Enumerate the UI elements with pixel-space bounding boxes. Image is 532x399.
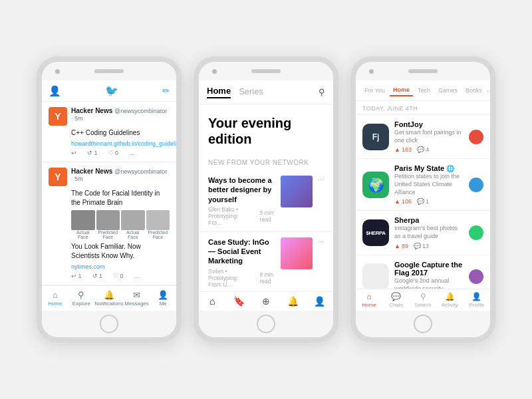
article-dot: · <box>255 213 257 219</box>
ph-content[interactable]: Today, June 4th Fj FontJoy Get smart fon… <box>356 101 490 289</box>
ph-item-body: FontJoy Get smart font pairings in one c… <box>394 120 464 153</box>
tab-home[interactable]: Home <box>207 86 231 98</box>
medium-article[interactable]: Ways to become a better designer by your… <box>199 170 333 232</box>
medium-screen: Home Series ⚲ Your evening edition New f… <box>199 80 333 311</box>
article-meta: Glen Baku • Prototyping: Fro… · 5 min re… <box>208 206 275 226</box>
ph-list-item[interactable]: 🌍 Paris My State 🌐 Petition states to jo… <box>356 159 490 211</box>
ph-item-name: Paris My State 🌐 <box>394 164 464 172</box>
phone-medium: Home Series ⚲ Your evening edition New f… <box>194 57 338 342</box>
tweet-name: Hacker News <box>71 168 112 175</box>
ph-item-body: Sherpa Instagram's best photos as a trav… <box>394 216 464 249</box>
tweet-retweet[interactable]: ↺ 1 <box>92 273 103 279</box>
article-read-time: 5 min read <box>260 209 275 223</box>
medium-nav: ⌂ 🔖 ⊕ 🔔 👤 <box>199 291 333 311</box>
ph-app-icon: Fj <box>362 124 389 150</box>
tweet-image <box>96 210 120 230</box>
nav-label: Chats <box>389 302 403 308</box>
tweet-retweet[interactable]: ↺ 1 <box>87 150 98 156</box>
ph-user-avatar <box>469 225 483 240</box>
tweet-actions: ↩ ↺ 1 ♡ 0 … <box>71 150 170 156</box>
ph-list-item[interactable]: Google Capture the Flag 2017 Google's 2n… <box>356 255 490 289</box>
chats-icon: 💬 <box>391 292 401 301</box>
search-icon[interactable]: ⚲ <box>319 87 325 97</box>
tweet-like[interactable]: ♡ 0 <box>108 150 119 156</box>
tweet-text: The Code for Facial Identity in the Prim… <box>71 189 170 207</box>
phone-home-button-3[interactable] <box>414 315 432 333</box>
article-more-icon[interactable]: ··· <box>318 237 324 245</box>
tweet-image-label: Actual Face <box>71 230 95 239</box>
ph-item-body: Google Capture the Flag 2017 Google's 2n… <box>394 261 464 289</box>
nav-label: Home <box>362 302 376 308</box>
explore-icon: ⚲ <box>78 290 84 300</box>
tweet-reply[interactable]: ↩ 1 <box>71 273 82 279</box>
nav-home[interactable]: ⌂ <box>199 296 225 307</box>
tweet-actions: ↩ 1 ↺ 1 ♡ 0 … <box>71 273 170 279</box>
ph-item-badge: 🌐 <box>446 165 454 172</box>
ph-tab-tech[interactable]: Tech <box>414 85 434 96</box>
tweet-more[interactable]: … <box>134 273 140 279</box>
phone-home-button-2[interactable] <box>257 315 275 333</box>
article-title: Ways to become a better designer by your… <box>208 176 275 204</box>
medium-hero-title: Your evening edition <box>208 115 324 147</box>
medium-article[interactable]: Case Study: InGo — Social Event Marketin… <box>199 232 333 291</box>
twitter-feed[interactable]: Y Hacker News @newsycombinator · 5m C++ … <box>42 102 176 285</box>
nav-me[interactable]: 👤 Me <box>150 289 176 308</box>
ph-item-desc: Get smart font pairings in one click <box>394 129 464 144</box>
ph-item-desc: Instagram's best photos as a travel guid… <box>394 225 464 240</box>
ph-nav-home[interactable]: ⌂ Home <box>356 292 382 308</box>
tweet-link[interactable]: howardthinnant.github.io/coding_guideli.… <box>71 140 170 147</box>
tweet-reply[interactable]: ↩ <box>71 150 76 156</box>
nav-notifications[interactable]: 🔔 <box>279 296 306 307</box>
ph-nav-activity[interactable]: 🔔 Activity <box>436 292 463 308</box>
ph-tab-games[interactable]: Games <box>435 85 461 96</box>
ph-item-name: FontJoy <box>394 120 464 128</box>
tweet-image <box>71 210 95 230</box>
tweet-like[interactable]: ♡ 0 <box>113 273 124 279</box>
compose-icon[interactable]: ✏ <box>162 86 170 96</box>
nav-profile[interactable]: 👤 <box>307 296 333 307</box>
medium-section-label: New from your network <box>199 159 333 166</box>
nav-label: Explore <box>72 301 90 307</box>
nav-label: Me <box>160 301 167 307</box>
tweet-name: Hacker News <box>71 107 112 114</box>
nav-bookmarks[interactable]: 🔖 <box>225 296 252 307</box>
ph-nav-search[interactable]: ⚲ Search <box>410 292 436 308</box>
ph-header: For You Home Tech Games Books ··· <box>356 80 490 101</box>
ph-nav: ⌂ Home 💬 Chats ⚲ Search 🔔 Activity 👤 <box>356 289 490 311</box>
ph-tab-for-you[interactable]: For You <box>361 85 388 96</box>
nav-explore[interactable]: ⚲ Explore <box>68 289 95 308</box>
ph-item-name: Sherpa <box>394 216 464 224</box>
tweet-image-label: Predicted Face <box>146 230 170 239</box>
nav-home[interactable]: ⌂ Home <box>42 289 68 308</box>
ph-list-item[interactable]: $HERPA Sherpa Instagram's best photos as… <box>356 211 490 255</box>
profile-icon[interactable]: 👤 <box>49 85 61 97</box>
phone-producthunt: For You Home Tech Games Books ··· Today,… <box>350 57 495 342</box>
activity-icon: 🔔 <box>445 292 455 301</box>
ph-nav-chats[interactable]: 💬 Chats <box>382 292 409 308</box>
medium-content[interactable]: Your evening edition New from your netwo… <box>199 104 333 291</box>
phone-camera-3 <box>369 69 374 74</box>
phone-bottom-bar-3 <box>356 311 490 337</box>
tab-series[interactable]: Series <box>239 86 263 98</box>
nav-notifications[interactable]: 🔔 Notifications <box>94 289 124 308</box>
ph-tab-books[interactable]: Books <box>462 85 485 96</box>
ph-more-tabs[interactable]: ··· <box>487 86 490 94</box>
nav-messages[interactable]: ✉ Messages <box>124 289 150 308</box>
nav-label: Search <box>414 302 431 308</box>
article-author: Glen Baku • Prototyping: Fro… <box>208 206 253 226</box>
phone-top-bar-1 <box>42 62 176 80</box>
tweet-avatar: Y <box>49 107 67 126</box>
article-more-icon[interactable]: ··· <box>318 176 324 184</box>
profile-icon: 👤 <box>158 290 168 300</box>
tweet-more[interactable]: … <box>129 150 135 156</box>
phone-home-button-1[interactable] <box>100 315 118 333</box>
notifications-icon: 🔔 <box>104 290 114 300</box>
phone-twitter: 👤 🐦 ✏ Y Hacker News @newsycombinator · 5… <box>37 57 182 342</box>
tweet-link[interactable]: nytimes.com <box>71 263 170 270</box>
ph-item-stats: ▲ 89 💬 13 <box>394 243 464 249</box>
ph-item-desc: Petition states to join the United State… <box>394 173 464 196</box>
ph-list-item[interactable]: Fj FontJoy Get smart font pairings in on… <box>356 115 490 159</box>
nav-compose[interactable]: ⊕ <box>253 296 279 307</box>
ph-tab-home[interactable]: Home <box>390 84 413 96</box>
ph-nav-profile[interactable]: 👤 Profile <box>464 292 490 308</box>
